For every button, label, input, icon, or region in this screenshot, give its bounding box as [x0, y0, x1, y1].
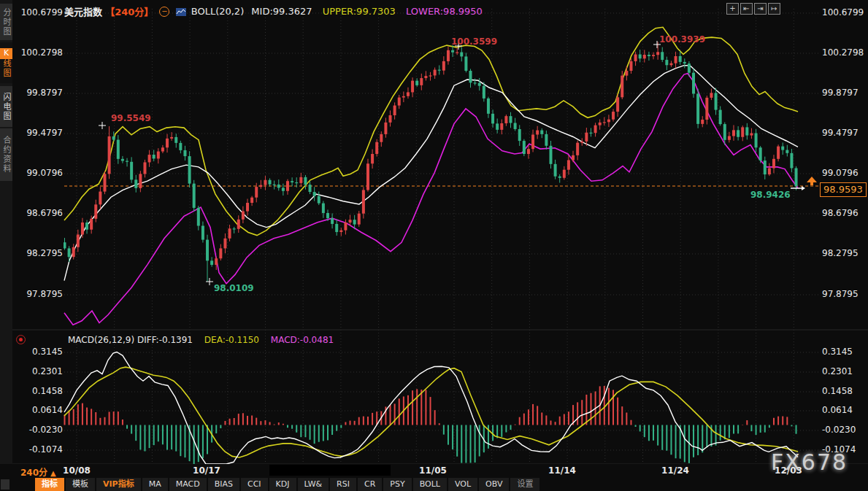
chart-canvas[interactable] [0, 0, 868, 478]
macd-label-left: 0.0614 [15, 405, 63, 415]
sidebar-tab-2[interactable]: K线图 [0, 42, 12, 83]
last-price-box: 98.9593 [820, 182, 867, 197]
date-axis: 10/0810/1711/0511/1411/2412/03 [0, 464, 868, 478]
triangle-up-icon: ▲ [50, 469, 56, 477]
sidebar-tab-4[interactable]: 合约资料 [0, 128, 12, 181]
price-label-right: 99.4797 [822, 128, 859, 138]
fx678-watermark: FX678 [771, 449, 848, 475]
toolbar-item-MA[interactable]: MA [142, 478, 168, 491]
toolbar-item-LW&[interactable]: LW& [298, 478, 329, 491]
toolbar-item-VIP指标[interactable]: VIP指标 [96, 478, 141, 491]
toolbar-item-MACD[interactable]: MACD [169, 478, 207, 491]
macd-label-right: 0.0614 [822, 405, 853, 415]
sidebar-tab-3[interactable]: 闪电图 [0, 86, 12, 127]
toolbar-item-PSY[interactable]: PSY [383, 478, 411, 491]
toolbar-item-CCI[interactable]: CCI [241, 478, 268, 491]
date-label: 11/05 [419, 465, 447, 476]
date-label: 10/08 [63, 465, 91, 476]
date-label: 11/14 [548, 465, 576, 476]
minus-circle-icon[interactable]: − [159, 7, 169, 17]
chart-header: 美元指数 【240分】 − BOLL(20,2) MID:99.3627 UPP… [64, 4, 483, 16]
symbol-name: 美元指数 [64, 7, 102, 18]
macd-name-and-diff: MACD(26,12,9) DIFF:-0.1391 [68, 335, 193, 345]
price-label-right: 98.6796 [822, 208, 859, 218]
toolbar-item-CR[interactable]: CR [358, 478, 382, 491]
toolbar-item-BIAS[interactable]: BIAS [208, 478, 239, 491]
price-label-right: 99.8797 [822, 88, 859, 98]
macd-label-left: -0.1074 [15, 444, 63, 455]
blackout-box [269, 465, 391, 476]
price-label-left: 98.2795 [15, 248, 63, 258]
price-label-left: 100.2798 [15, 47, 63, 58]
price-label-left: 97.8795 [15, 289, 63, 299]
macd-header: MACD(26,12,9) DIFF:-0.1391 DEA:-0.1150 M… [68, 335, 334, 345]
toolbar-item-指标[interactable]: 指标 [35, 478, 64, 491]
macd-label-right: -0.0230 [822, 425, 856, 435]
macd-label-right: 0.1458 [822, 386, 853, 396]
chart-type-icon[interactable] [176, 7, 186, 15]
annotation-high-1: 99.5549 [111, 113, 151, 123]
sidebar-tab-1[interactable]: 分时图 [0, 4, 12, 40]
toolbar-item-设置[interactable]: 设置 [510, 478, 539, 491]
price-label-left: 98.6796 [15, 208, 63, 218]
indicator-toolbar: 指标模板VIP指标MAMACDBIASCCIKDJLW&RSICRPSYBOLL… [35, 478, 541, 491]
macd-dea-value: DEA:-0.1150 [204, 335, 259, 345]
macd-label-left: 0.1458 [15, 386, 63, 396]
period-label: 【240分】 [105, 7, 153, 18]
active-tab-rest: 线图 [1, 59, 11, 78]
macd-label-right: 0.3145 [822, 347, 853, 357]
annotation-low-2: 98.9426 [750, 190, 791, 200]
macd-label-left: 0.2301 [15, 366, 63, 376]
price-label-right: 99.0796 [822, 168, 859, 178]
date-label: 11/24 [661, 465, 689, 476]
macd-label-left: -0.0230 [15, 425, 63, 435]
boll-lower-value: LOWER:98.9950 [406, 6, 483, 17]
toolbar-item-KDJ[interactable]: KDJ [269, 478, 296, 491]
price-label-right: 97.8795 [822, 289, 859, 299]
macd-label-left: 0.3145 [15, 347, 63, 357]
annotation-high-2: 100.3599 [451, 36, 497, 47]
price-label-right: 98.2795 [822, 248, 859, 258]
toolbar-item-VOL[interactable]: VOL [448, 478, 477, 491]
zoom-in-icon[interactable]: ⇥ [754, 3, 767, 15]
toolbar-item-模板[interactable]: 模板 [66, 478, 95, 491]
boll-mid-value: MID:99.3627 [251, 6, 312, 17]
toolbar-item-OBV[interactable]: OBV [479, 478, 509, 491]
indicator-settings-icon[interactable] [16, 335, 26, 344]
price-label-left: 100.6799 [15, 7, 63, 18]
toolbar-item-BOLL[interactable]: BOLL [413, 478, 447, 491]
boll-label: BOLL(20,2) [191, 6, 245, 17]
boll-upper-value: UPPER:99.7303 [323, 6, 396, 17]
date-label: 10/17 [193, 465, 220, 476]
price-label-left: 99.0796 [15, 168, 63, 178]
shift-right-icon[interactable]: ↦ [768, 3, 780, 15]
price-label-right: 100.6799 [822, 7, 864, 18]
macd-label-right: 0.2301 [822, 366, 853, 376]
price-label-left: 99.4797 [15, 128, 63, 138]
pan-icon[interactable]: + [726, 3, 739, 15]
annotation-high-3: 100.3939 [659, 34, 705, 45]
active-tab-head: K [0, 48, 12, 59]
annotation-low-1: 98.0109 [214, 283, 254, 293]
sidebar: 分时图K线图闪电图合约资料 [0, 0, 12, 478]
macd-value: MACD:-0.0481 [271, 335, 334, 345]
chart-control-icons: +⇤⇥↦ [726, 3, 780, 15]
zoom-out-icon[interactable]: ⇤ [740, 3, 753, 15]
timeframe-label[interactable]: 240分▲ [20, 465, 56, 478]
price-label-left: 99.8797 [15, 88, 63, 98]
toolbar-item-RSI[interactable]: RSI [330, 478, 356, 491]
toolbar-grip[interactable] [1, 479, 9, 490]
price-label-right: 100.2798 [822, 47, 864, 58]
trading-terminal: 分时图K线图闪电图合约资料 美元指数 【240分】 − BOLL(20,2) M… [0, 0, 868, 491]
